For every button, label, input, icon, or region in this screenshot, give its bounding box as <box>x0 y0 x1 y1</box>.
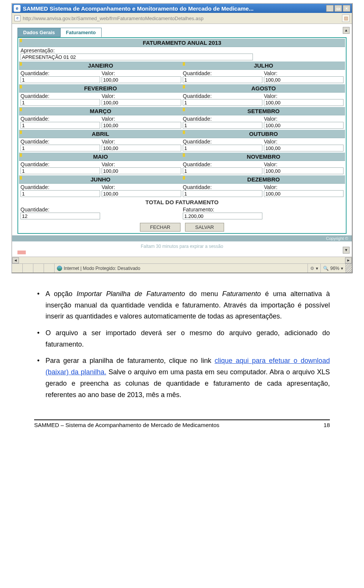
val-input[interactable] <box>264 145 344 151</box>
qty-input[interactable] <box>183 99 262 106</box>
zoom-dropdown-icon[interactable]: ▾ <box>341 266 343 271</box>
val-input[interactable] <box>264 167 344 174</box>
month-header: MARÇO <box>90 108 111 114</box>
total-fat-label: Faturamento: <box>183 207 262 213</box>
tab-dados-gerais[interactable]: Dados Gerais <box>17 28 61 37</box>
close-button[interactable]: FECHAR <box>140 223 180 232</box>
val-input[interactable] <box>102 99 181 106</box>
month-data-row: Quantidade:Valor:Quantidade:Valor: <box>19 138 345 153</box>
pink-stub <box>17 251 26 254</box>
month-data-row: Quantidade:Valor:Quantidade:Valor: <box>19 70 345 84</box>
tab-faturamento[interactable]: Faturamento <box>60 28 102 37</box>
total-qty-input[interactable] <box>20 213 100 219</box>
dropdown-icon[interactable]: ▾ <box>316 266 318 271</box>
month-header: AGOSTO <box>251 85 276 91</box>
qty-label: Quantidade: <box>20 70 100 76</box>
scroll-right-button[interactable]: ► <box>345 257 352 263</box>
qty-label: Quantidade: <box>183 116 262 122</box>
qty-label: Quantidade: <box>20 93 100 99</box>
qty-label: Quantidade: <box>183 93 262 99</box>
month-header: ABRIL <box>92 131 109 137</box>
month-header-row: FEVEREIROAGOSTO <box>19 84 345 93</box>
qty-input[interactable] <box>20 145 100 151</box>
qty-label: Quantidade: <box>20 161 100 167</box>
qty-input[interactable] <box>183 145 262 151</box>
document-body: A opção Importar Planilha de Faturamento… <box>34 288 330 400</box>
val-label: Valor: <box>102 70 181 76</box>
horizontal-scrollbar[interactable]: ◄ ► <box>12 257 352 263</box>
save-button[interactable]: SALVAR <box>185 223 224 232</box>
page-content: ▲ Dados Gerais Faturamento FATURAMENTO A… <box>12 24 352 257</box>
val-label: Valor: <box>264 161 344 167</box>
qty-input[interactable] <box>20 76 100 83</box>
val-label: Valor: <box>102 93 181 99</box>
qty-input[interactable] <box>183 167 262 174</box>
total-qty-label: Quantidade: <box>20 207 100 213</box>
month-header: JANEIRO <box>88 62 113 69</box>
month-header: SETEMBRO <box>247 108 279 114</box>
globe-icon <box>57 266 62 271</box>
zoom-icon[interactable]: 🔍 <box>323 266 329 271</box>
url-text: http://www.anvisa.gov.br/Sammed_web/frmF… <box>23 16 340 21</box>
window-title: SAMMED Sistema de Acompanhamento e Monit… <box>23 5 326 12</box>
val-label: Valor: <box>264 139 344 145</box>
presentation-label: Apresentação: <box>20 47 344 54</box>
presentation-input[interactable] <box>20 54 253 60</box>
resize-grip-icon[interactable] <box>346 264 352 273</box>
bullet-1: A opção Importar Planilha de Faturamento… <box>34 288 330 322</box>
val-label: Valor: <box>102 161 181 167</box>
qty-input[interactable] <box>20 99 100 106</box>
notch-icon <box>20 39 22 42</box>
qty-input[interactable] <box>183 190 262 197</box>
month-header: MAIO <box>93 153 108 160</box>
val-input[interactable] <box>264 76 344 83</box>
month-data-row: Quantidade:Valor:Quantidade:Valor: <box>19 161 345 175</box>
status-bar: Internet | Modo Protegido: Desativado ⚙▾… <box>12 263 352 273</box>
restore-button[interactable]: ▭ <box>334 5 342 12</box>
val-input[interactable] <box>264 122 344 129</box>
val-input[interactable] <box>102 145 181 151</box>
month-header: FEVEREIRO <box>84 85 117 91</box>
val-input[interactable] <box>102 76 181 83</box>
val-input[interactable] <box>102 190 181 197</box>
month-header: DEZEMBRO <box>247 176 280 183</box>
qty-label: Quantidade: <box>20 184 100 190</box>
month-header: NOVEMBRO <box>247 153 280 160</box>
footer-title: SAMMED – Sistema de Acompanhamento de Me… <box>34 422 220 428</box>
close-window-button[interactable]: × <box>343 5 350 12</box>
month-data-row: Quantidade:Valor:Quantidade:Valor: <box>19 184 345 198</box>
val-label: Valor: <box>102 116 181 122</box>
month-header: JUNHO <box>91 176 111 183</box>
qty-input[interactable] <box>20 190 100 197</box>
qty-input[interactable] <box>183 122 262 129</box>
zoom-level: 96% <box>330 266 339 271</box>
month-header-row: JANEIROJULHO <box>19 61 345 70</box>
settings-icon[interactable]: ⚙ <box>310 266 314 271</box>
qty-label: Quantidade: <box>183 161 262 167</box>
val-input[interactable] <box>102 167 181 174</box>
month-header-row: JUNHODEZEMBRO <box>19 175 345 184</box>
qty-input[interactable] <box>20 122 100 129</box>
val-input[interactable] <box>102 122 181 129</box>
qty-label: Quantidade: <box>20 116 100 122</box>
month-header-row: ABRILOUTUBRO <box>19 130 345 138</box>
minimize-button[interactable]: _ <box>326 5 334 12</box>
address-bar: e http://www.anvisa.gov.br/Sammed_web/fr… <box>12 13 352 24</box>
month-header-row: MARÇOSETEMBRO <box>19 107 345 115</box>
scroll-left-button[interactable]: ◄ <box>12 257 19 263</box>
page-number: 18 <box>323 422 330 428</box>
qty-label: Quantidade: <box>20 139 100 145</box>
titlebar: e SAMMED Sistema de Acompanhamento e Mon… <box>12 4 352 13</box>
total-fat-input[interactable] <box>183 213 262 219</box>
month-header: OUTUBRO <box>249 131 278 137</box>
val-input[interactable] <box>264 190 344 197</box>
scroll-down-button[interactable]: ▼ <box>343 247 350 254</box>
scroll-up-button[interactable]: ▲ <box>343 27 350 34</box>
qty-label: Quantidade: <box>183 70 262 76</box>
qty-label: Quantidade: <box>183 184 262 190</box>
val-input[interactable] <box>264 99 344 106</box>
qty-input[interactable] <box>20 167 100 174</box>
broken-image-icon[interactable]: ▨ <box>342 14 350 22</box>
bullet-2: O arquivo a ser importado deverá ser o m… <box>34 328 330 350</box>
qty-input[interactable] <box>183 76 262 83</box>
